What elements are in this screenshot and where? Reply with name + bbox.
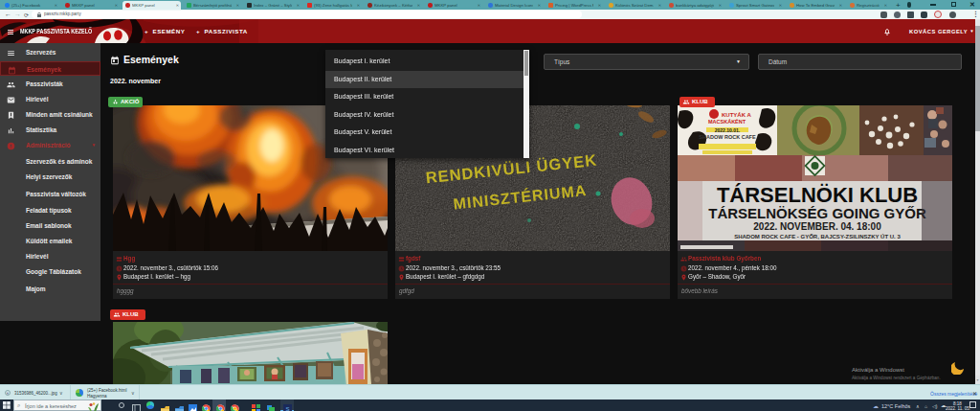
svg-text:TÁRSELNÖKSÉG GOING GYŐR: TÁRSELNÖKSÉG GOING GYŐR	[708, 205, 926, 221]
svg-text:TÁRSELNÖKI KLUB: TÁRSELNÖKI KLUB	[717, 183, 918, 207]
svg-text:SHADOM ROCK CAFE - GYŐR, BAJCS: SHADOM ROCK CAFE - GYŐR, BAJCSY-ZSILINSZ…	[734, 234, 901, 240]
svg-text:2022.10.01.: 2022.10.01.	[715, 127, 741, 133]
svg-text:MACSKÁKÉNT: MACSKÁKÉNT	[708, 118, 746, 125]
svg-text:KUTYÁK A: KUTYÁK A	[722, 112, 751, 118]
svg-text:S: S	[285, 406, 289, 411]
svg-text:2022. NOVEMBER. 04. 18:00: 2022. NOVEMBER. 04. 18:00	[753, 221, 881, 232]
svg-text:SHADOW ROCK CAFE: SHADOW ROCK CAFE	[699, 134, 756, 140]
